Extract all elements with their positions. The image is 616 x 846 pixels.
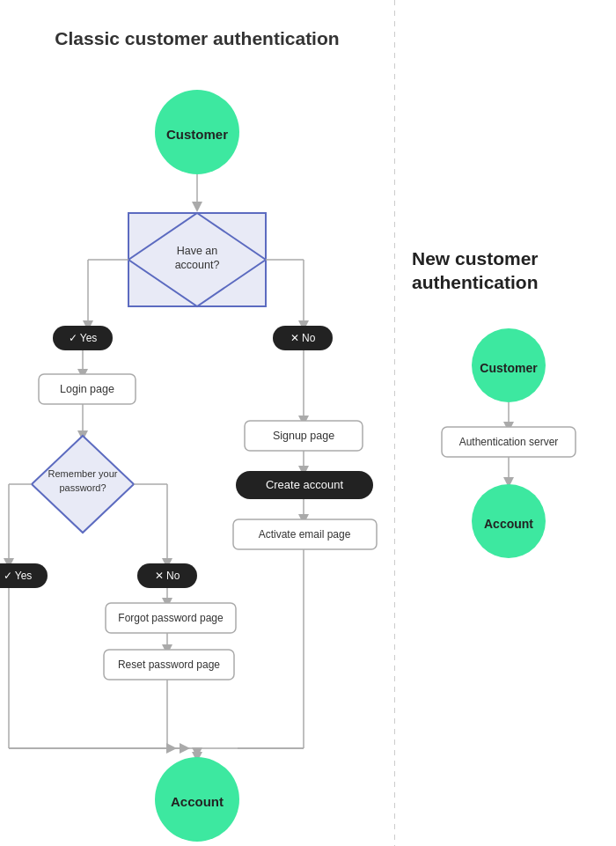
svg-text:Login page: Login page (60, 383, 114, 395)
svg-text:Account: Account (484, 517, 533, 531)
svg-text:✓ Yes: ✓ Yes (69, 332, 98, 344)
svg-text:Remember your: Remember your (48, 468, 118, 479)
svg-text:Authentication server: Authentication server (459, 436, 559, 448)
svg-text:Customer: Customer (480, 361, 538, 375)
right-flowchart: Customer Authentication server Account (403, 326, 614, 634)
right-title: New customer authentication (412, 246, 597, 295)
svg-text:Have an: Have an (177, 245, 218, 257)
svg-text:password?: password? (59, 482, 106, 493)
svg-text:Signup page: Signup page (273, 430, 334, 442)
svg-text:Forgot password page: Forgot password page (118, 612, 224, 624)
svg-text:✕ No: ✕ No (155, 570, 180, 582)
left-title: Classic customer authentication (0, 28, 394, 49)
panel-divider (394, 0, 395, 846)
svg-text:Create account: Create account (266, 478, 344, 491)
svg-text:Activate email page: Activate email page (259, 528, 351, 541)
svg-text:✕ No: ✕ No (290, 332, 316, 344)
left-flowchart: Customer Have an account? ✓ Yes ✕ No Log… (0, 53, 394, 845)
svg-text:Reset password page: Reset password page (118, 658, 220, 671)
svg-text:Customer: Customer (166, 127, 228, 142)
svg-text:Account: Account (171, 794, 224, 809)
svg-text:account?: account? (175, 259, 220, 271)
svg-text:✓ Yes: ✓ Yes (4, 570, 33, 582)
